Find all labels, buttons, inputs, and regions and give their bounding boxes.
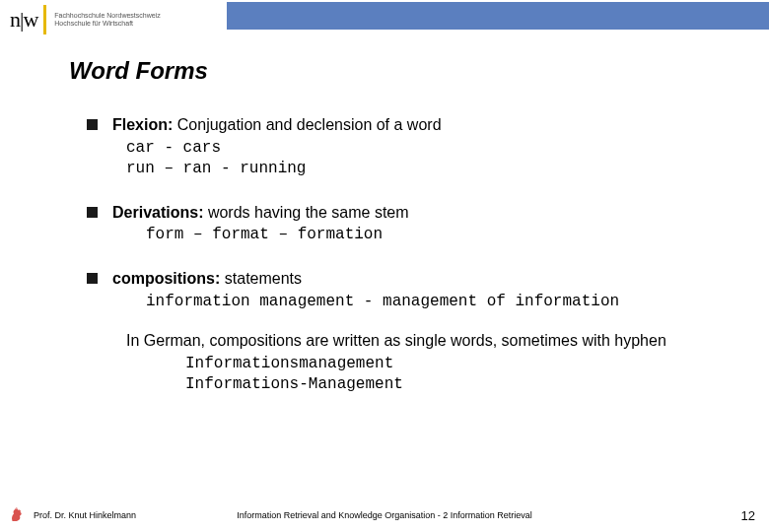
sub-paragraph: In German, compositions are written as s… <box>112 330 769 396</box>
bullet-desc: words having the same stem <box>203 204 408 221</box>
bullet-label: Flexion: <box>112 116 173 133</box>
logo-line2: Hochschule für Wirtschaft <box>54 20 133 27</box>
logo-text: Fachhochschule Nordwestschweiz Hochschul… <box>54 12 160 27</box>
bullet-head: compositions: statements <box>112 268 769 290</box>
footer: Prof. Dr. Knut Hinkelmann Information Re… <box>0 506 769 524</box>
sub-code-example: Informationsmanagement Informations-Mana… <box>185 354 769 396</box>
bullet-label: compositions: <box>112 270 220 287</box>
rooster-icon <box>8 506 26 524</box>
code-example: form – format – formation <box>146 225 769 246</box>
footer-author: Prof. Dr. Knut Hinkelmann <box>34 510 136 520</box>
header: n|w Fachhochschule Nordwestschweiz Hochs… <box>0 0 769 39</box>
institution-logo: n|w Fachhochschule Nordwestschweiz Hochs… <box>0 0 227 39</box>
title-bar <box>227 2 769 30</box>
bullet-head: Derivations: words having the same stem <box>112 202 769 224</box>
code-example: car - cars run – ran - running <box>126 138 769 180</box>
bullet-derivations: Derivations: words having the same stem … <box>87 202 769 246</box>
bullet-desc: Conjugation and declension of a word <box>173 116 441 133</box>
page-number: 12 <box>741 508 755 523</box>
logo-line1: Fachhochschule Nordwestschweiz <box>54 12 160 19</box>
logo-initials: n|w <box>10 7 37 33</box>
slide-content: Flexion: Conjugation and declension of a… <box>87 114 769 396</box>
slide-title: Word Forms <box>69 57 769 85</box>
footer-course: Information Retrieval and Knowledge Orga… <box>237 510 532 520</box>
code-example: information management - management of i… <box>146 292 769 313</box>
sub-text: In German, compositions are written as s… <box>126 330 769 352</box>
bullet-compositions: compositions: statements information man… <box>87 268 769 396</box>
bullet-flexion: Flexion: Conjugation and declension of a… <box>87 114 769 180</box>
bullet-label: Derivations: <box>112 204 203 221</box>
bullet-desc: statements <box>220 270 302 287</box>
bullet-head: Flexion: Conjugation and declension of a… <box>112 114 769 136</box>
logo-divider-icon <box>43 5 46 34</box>
